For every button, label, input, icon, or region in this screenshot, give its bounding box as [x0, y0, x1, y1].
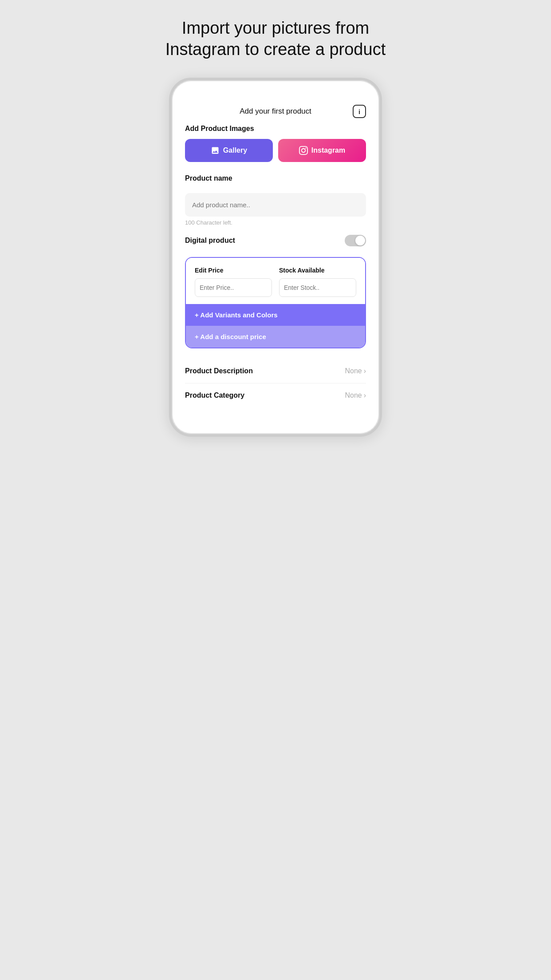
digital-product-toggle[interactable] — [345, 235, 366, 246]
product-description-row[interactable]: Product Description None › — [185, 359, 366, 383]
instagram-button[interactable]: Instagram — [278, 139, 366, 162]
gallery-icon — [211, 146, 220, 155]
product-name-label: Product name — [185, 174, 366, 182]
phone-frame: Add your first product i Add Product Ima… — [169, 78, 382, 437]
phone-screen: Add your first product i Add Product Ima… — [174, 94, 377, 416]
price-card: Edit Price Stock Available + Add Variant… — [185, 257, 366, 348]
stock-input[interactable] — [279, 278, 356, 297]
instagram-icon — [299, 146, 308, 155]
add-images-label: Add Product Images — [185, 125, 366, 133]
product-category-row[interactable]: Product Category None › — [185, 383, 366, 407]
product-name-input[interactable] — [185, 193, 366, 217]
gallery-button[interactable]: Gallery — [185, 139, 273, 162]
digital-product-row: Digital product — [185, 235, 366, 246]
page-title: Import your pictures from Instagram to c… — [165, 18, 386, 60]
chevron-right-icon-2: › — [364, 391, 366, 399]
product-category-value: None › — [345, 391, 366, 399]
price-fields: Edit Price Stock Available — [195, 267, 356, 297]
screen-title: Add your first product — [240, 107, 311, 116]
product-name-section: Product name — [185, 174, 366, 217]
digital-product-label: Digital product — [185, 237, 235, 245]
info-button[interactable]: i — [353, 105, 366, 118]
add-discount-button[interactable]: + Add a discount price — [186, 326, 365, 348]
screen-content: Add Product Images Gallery Instagram — [174, 125, 377, 407]
edit-price-label: Edit Price — [195, 267, 272, 274]
product-category-label: Product Category — [185, 391, 244, 399]
price-card-inner: Edit Price Stock Available — [186, 258, 365, 304]
char-count: 100 Character left. — [185, 219, 366, 226]
product-description-label: Product Description — [185, 367, 253, 375]
image-buttons-row: Gallery Instagram — [185, 139, 366, 162]
edit-price-input[interactable] — [195, 278, 272, 297]
edit-price-group: Edit Price — [195, 267, 272, 297]
add-variants-button[interactable]: + Add Variants and Colors — [186, 304, 365, 326]
screen-header: Add your first product i — [174, 103, 377, 125]
chevron-right-icon: › — [364, 367, 366, 375]
stock-group: Stock Available — [279, 267, 356, 297]
stock-label: Stock Available — [279, 267, 356, 274]
product-description-value: None › — [345, 367, 366, 375]
